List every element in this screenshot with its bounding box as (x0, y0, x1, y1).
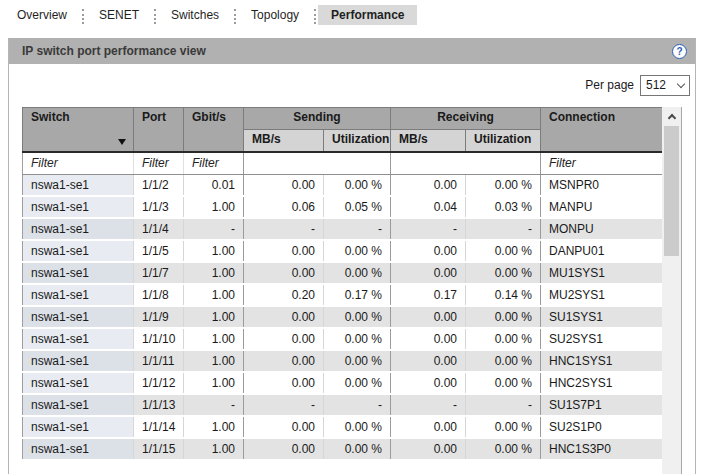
cell-port: 1/1/7 (134, 262, 184, 284)
scrollbar-up-button[interactable] (662, 107, 681, 125)
cell-receiving-mbs: 0.17 (391, 284, 466, 306)
column-header-switch-label: Switch (31, 110, 70, 124)
cell-switch: nswa1-se1 (23, 218, 134, 240)
column-header-connection[interactable]: Connection (541, 108, 663, 152)
filter-cell-receiving (391, 152, 541, 175)
table-row[interactable]: nswa1-se11/1/71.000.000.00 %0.000.00 %MU… (23, 262, 663, 284)
cell-gbit: 1.00 (184, 306, 244, 328)
cell-sending-mbs: 0.00 (244, 328, 324, 350)
cell-sending-mbs: 0.00 (244, 350, 324, 372)
cell-gbit: 1.00 (184, 328, 244, 350)
cell-connection: SU2SYS1 (541, 328, 663, 350)
table-row[interactable]: nswa1-se11/1/111.000.000.00 %0.000.00 %H… (23, 350, 663, 372)
filter-input-port[interactable]: Filter (134, 152, 184, 175)
cell-connection: MSNPR0 (541, 174, 663, 196)
cell-sending-mbs: 0.06 (244, 196, 324, 218)
cell-receiving-utilization: 0.00 % (466, 438, 541, 460)
cell-receiving-utilization: 0.14 % (466, 284, 541, 306)
cell-sending-mbs: 0.00 (244, 306, 324, 328)
cell-receiving-mbs: 0.00 (391, 350, 466, 372)
table-row[interactable]: nswa1-se11/1/141.000.000.00 %0.000.00 %S… (23, 416, 663, 438)
cell-connection: DANPU01 (541, 240, 663, 262)
scrollbar-thumb[interactable] (664, 126, 679, 256)
cell-port: 1/1/14 (134, 416, 184, 438)
cell-port: 1/1/10 (134, 328, 184, 350)
per-page-value: 512 (646, 78, 666, 92)
help-icon[interactable]: ? (672, 44, 687, 59)
cell-gbit: 1.00 (184, 416, 244, 438)
column-header-port[interactable]: Port (134, 108, 184, 152)
cell-sending-mbs: 0.00 (244, 262, 324, 284)
table-row[interactable]: nswa1-se11/1/101.000.000.00 %0.000.00 %S… (23, 328, 663, 350)
cell-sending-utilization: 0.00 % (324, 350, 391, 372)
cell-receiving-mbs: 0.00 (391, 328, 466, 350)
cell-switch: nswa1-se1 (23, 416, 134, 438)
cell-receiving-utilization: 0.00 % (466, 306, 541, 328)
cell-sending-mbs: - (244, 218, 324, 240)
column-group-sending: Sending (244, 108, 391, 130)
table-row[interactable]: nswa1-se11/1/13-----SU1S7P1 (23, 394, 663, 416)
cell-connection: MANPU (541, 196, 663, 218)
cell-port: 1/1/5 (134, 240, 184, 262)
tab-separator (314, 9, 316, 24)
cell-switch: nswa1-se1 (23, 394, 134, 416)
cell-sending-utilization: 0.00 % (324, 306, 391, 328)
cell-receiving-utilization: 0.03 % (466, 196, 541, 218)
cell-port: 1/1/8 (134, 284, 184, 306)
cell-connection: HNC2SYS1 (541, 372, 663, 394)
panel-titlebar: IP switch port performance view ? (9, 38, 695, 64)
cell-gbit: - (184, 218, 244, 240)
cell-receiving-mbs: 0.00 (391, 372, 466, 394)
table-row[interactable]: nswa1-se11/1/151.000.000.00 %0.000.00 %H… (23, 438, 663, 460)
cell-switch: nswa1-se1 (23, 196, 134, 218)
chevron-up-icon (667, 113, 675, 121)
chevron-down-icon (677, 79, 685, 87)
column-header-receiving-utilization[interactable]: Utilization (466, 130, 541, 152)
filter-input-gbit[interactable]: Filter (184, 152, 244, 175)
cell-receiving-mbs: 0.00 (391, 438, 466, 460)
cell-receiving-utilization: 0.00 % (466, 350, 541, 372)
table-row[interactable]: nswa1-se11/1/4-----MONPU (23, 218, 663, 240)
vertical-scrollbar[interactable] (662, 107, 682, 474)
filter-input-switch[interactable]: Filter (23, 152, 134, 175)
filter-input-connection[interactable]: Filter (541, 152, 663, 175)
tab-overview[interactable]: Overview (4, 5, 80, 25)
tab-switches[interactable]: Switches (158, 5, 232, 25)
cell-gbit: 1.00 (184, 350, 244, 372)
tab-senet[interactable]: SENET (86, 5, 152, 25)
tab-performance[interactable]: Performance (318, 5, 417, 25)
tab-topology[interactable]: Topology (238, 5, 312, 25)
performance-table: Switch Port Gbit/s Sending Receiving Con… (22, 107, 682, 474)
column-header-receiving-mbs[interactable]: MB/s (391, 130, 466, 152)
table-row[interactable]: nswa1-se11/1/20.010.000.00 %0.000.00 %MS… (23, 174, 663, 196)
per-page-select[interactable]: 512 (640, 75, 690, 96)
table-row[interactable]: nswa1-se11/1/51.000.000.00 %0.000.00 %DA… (23, 240, 663, 262)
cell-switch: nswa1-se1 (23, 240, 134, 262)
cell-connection: SU1SYS1 (541, 306, 663, 328)
table-row[interactable]: nswa1-se11/1/121.000.000.00 %0.000.00 %H… (23, 372, 663, 394)
cell-connection: HNC1S3P0 (541, 438, 663, 460)
cell-port: 1/1/15 (134, 438, 184, 460)
column-header-gbit[interactable]: Gbit/s (184, 108, 244, 152)
cell-switch: nswa1-se1 (23, 306, 134, 328)
column-header-sending-utilization[interactable]: Utilization (324, 130, 391, 152)
cell-receiving-mbs: 0.00 (391, 262, 466, 284)
table-row[interactable]: nswa1-se11/1/91.000.000.00 %0.000.00 %SU… (23, 306, 663, 328)
cell-switch: nswa1-se1 (23, 328, 134, 350)
cell-receiving-mbs: - (391, 218, 466, 240)
cell-connection: MU1SYS1 (541, 262, 663, 284)
cell-receiving-mbs: 0.00 (391, 416, 466, 438)
column-header-switch[interactable]: Switch (23, 108, 134, 152)
cell-port: 1/1/9 (134, 306, 184, 328)
column-header-sending-mbs[interactable]: MB/s (244, 130, 324, 152)
cell-sending-utilization: 0.17 % (324, 284, 391, 306)
cell-sending-utilization: 0.05 % (324, 196, 391, 218)
cell-sending-utilization: 0.00 % (324, 174, 391, 196)
cell-connection: SU2S1P0 (541, 416, 663, 438)
cell-sending-mbs: 0.20 (244, 284, 324, 306)
cell-switch: nswa1-se1 (23, 350, 134, 372)
table-row[interactable]: nswa1-se11/1/81.000.200.17 %0.170.14 %MU… (23, 284, 663, 306)
table-row[interactable]: nswa1-se11/1/31.000.060.05 %0.040.03 %MA… (23, 196, 663, 218)
cell-sending-utilization: 0.00 % (324, 262, 391, 284)
cell-gbit: 1.00 (184, 438, 244, 460)
